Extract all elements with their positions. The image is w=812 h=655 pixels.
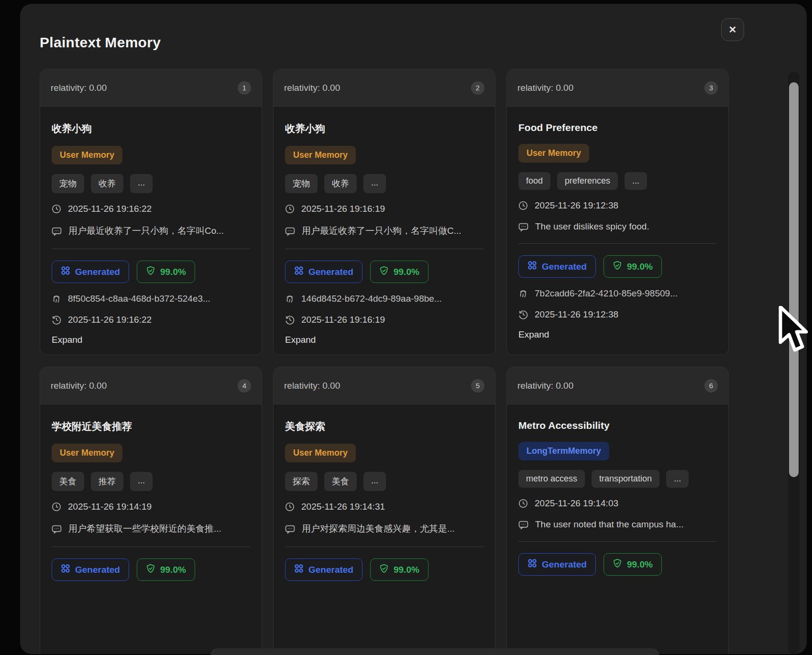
memory-uuid: 7b2cadd6-2fa2-4210-85e9-98509... [535,288,678,299]
updated-row: 2025-11-26 19:16:19 [285,315,483,325]
timestamp-row: 2025-11-26 19:14:31 [285,502,483,512]
scrollbar-track[interactable] [788,72,800,654]
updated-row: 2025-11-26 19:16:22 [52,315,250,325]
tag-chip: 美食 [324,472,357,491]
generated-badge: Generated [285,558,362,581]
card-header: relativity: 0.00 2 [274,69,495,107]
tag-row: 美食 推荐 ... [52,472,250,491]
tag-more-chip[interactable]: ... [666,470,689,488]
expand-link[interactable]: Expand [52,335,250,345]
memory-type-badge: User Memory [518,144,589,163]
memory-description: 用户希望获取一些学校附近的美食推... [68,523,221,535]
card-number-badge: 1 [238,81,251,95]
updated-timestamp: 2025-11-26 19:16:22 [68,315,152,325]
shield-check-icon [146,564,155,576]
expand-link[interactable]: Expand [285,335,483,345]
tag-row: 探索 美食 ... [285,472,483,491]
divider [52,249,250,249]
tag-more-chip[interactable]: ... [625,172,647,190]
generated-badge: Generated [285,261,362,283]
card-number-badge: 2 [471,81,484,95]
plaintext-memory-modal: Plaintext Memory relativity: 0.00 1 收养小狗… [20,4,807,654]
tag-chip: 宠物 [285,174,318,193]
history-clock-icon [518,310,528,319]
generated-badge: Generated [52,261,129,283]
timestamp: 2025-11-26 19:14:19 [68,502,152,512]
expand-link[interactable]: Expand [518,329,717,340]
memory-description: The user noted that the campus ha... [535,519,684,530]
tag-chip: 美食 [52,472,84,491]
memory-title: Food Preference [518,122,717,133]
confidence-badge: 99.0% [604,255,662,278]
memory-type-badge: User Memory [285,444,356,462]
timestamp: 2025-11-26 19:14:31 [301,502,385,512]
memory-card-2: relativity: 0.00 2 收养小狗 User Memory 宠物 收… [273,69,495,355]
tag-chip: 收养 [91,174,123,193]
tag-chip: food [518,172,550,190]
confidence-badge: 99.0% [370,261,428,283]
history-clock-icon [285,315,295,325]
memory-uuid: 8f50c854-c8aa-468d-b372-524e3... [68,294,210,304]
memory-description: 用户最近收养了一只小狗，名字叫做C... [302,225,461,237]
tag-chip: 宠物 [52,174,84,193]
divider [285,546,483,547]
uuid-row: 8f50c854-c8aa-468d-b372-524e3... [52,294,250,304]
generated-badge: Generated [518,553,596,576]
timestamp: 2025-11-26 19:12:38 [535,200,618,211]
grid-dots-icon [294,564,304,576]
clock-icon [285,502,295,512]
clock-icon [285,204,295,214]
card-header: relativity: 0.00 1 [40,69,262,107]
tag-row: 宠物 收养 ... [52,174,250,193]
clock-icon [52,204,61,214]
timestamp-row: 2025-11-26 19:14:19 [52,502,250,512]
memory-uuid: 146d8452-b672-4dc9-89aa-98be... [301,294,442,304]
grid-dots-icon [61,564,70,576]
tag-more-chip[interactable]: ... [130,174,153,193]
shield-check-icon [613,261,622,273]
message-icon [52,226,62,236]
card-number-badge: 6 [704,379,718,393]
grid-dots-icon [527,261,537,273]
confidence-badge: 99.0% [604,553,662,576]
timestamp: 2025-11-26 19:16:19 [301,204,385,214]
tag-more-chip[interactable]: ... [130,472,153,491]
card-header: relativity: 0.00 4 [40,367,262,404]
generated-badge: Generated [52,558,129,581]
shield-check-icon [379,564,389,576]
timestamp-row: 2025-11-26 19:14:03 [518,498,717,509]
history-clock-icon [52,315,61,325]
relativity-label: relativity: 0.00 [517,83,573,93]
close-button[interactable]: ✕ [721,18,744,41]
memory-card-5: relativity: 0.00 5 美食探索 User Memory 探索 美… [273,367,495,654]
description-row: 用户对探索周边美食感兴趣，尤其是... [285,523,483,535]
message-icon [518,222,528,232]
divider [518,243,717,244]
memory-type-badge: User Memory [285,146,356,164]
tag-chip: metro access [518,470,585,488]
card-header: relativity: 0.00 5 [274,367,495,404]
generated-badge: Generated [518,255,596,278]
fingerprint-icon [518,289,528,298]
fingerprint-icon [285,294,295,304]
grid-dots-icon [527,558,537,570]
message-icon [285,226,295,236]
timestamp: 2025-11-26 19:14:03 [535,498,618,509]
memory-card-grid: relativity: 0.00 1 收养小狗 User Memory 宠物 收… [40,69,729,654]
tag-chip: preferences [557,172,618,190]
modal-title: Plaintext Memory [40,34,161,51]
updated-row: 2025-11-26 19:12:38 [518,309,717,320]
clock-icon [52,502,61,512]
divider [518,541,717,542]
tag-more-chip[interactable]: ... [363,472,386,491]
grid-dots-icon [61,266,70,278]
confidence-badge: 99.0% [137,261,195,283]
timestamp-row: 2025-11-26 19:12:38 [518,200,717,211]
timestamp-row: 2025-11-26 19:16:22 [52,204,250,214]
tag-chip: 探索 [285,472,318,491]
scrollbar-thumb[interactable] [789,82,799,477]
tag-more-chip[interactable]: ... [363,174,386,193]
memory-title: 美食探索 [285,420,483,433]
card-number-badge: 4 [238,379,251,393]
confidence-badge: 99.0% [370,558,428,581]
